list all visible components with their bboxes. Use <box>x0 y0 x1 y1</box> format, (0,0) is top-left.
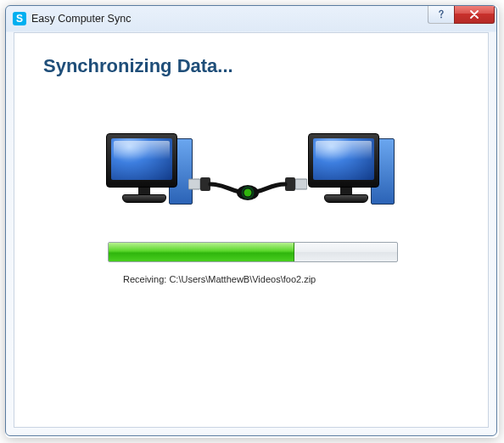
progress-fill <box>109 243 294 261</box>
close-button[interactable] <box>454 6 495 24</box>
progress-track <box>108 242 398 262</box>
app-window: S Easy Computer Sync Synchronizing Data.… <box>5 5 497 436</box>
cable-icon <box>188 167 307 201</box>
progress-bar <box>108 242 396 262</box>
svg-rect-1 <box>188 179 200 189</box>
computer-left-icon <box>106 133 182 203</box>
help-icon <box>436 9 446 20</box>
status-prefix: Receiving: <box>123 274 169 284</box>
svg-point-0 <box>440 16 442 18</box>
client-area: Synchronizing Data... <box>14 32 489 428</box>
help-button[interactable] <box>428 6 455 24</box>
svg-rect-3 <box>295 179 307 189</box>
page-title: Synchronizing Data... <box>43 55 233 77</box>
app-icon: S <box>13 12 26 25</box>
titlebar[interactable]: S Easy Computer Sync <box>6 6 496 31</box>
close-icon <box>469 10 479 19</box>
status-path: C:\Users\MatthewB\Videos\foo2.zip <box>169 274 316 284</box>
computer-right-icon <box>308 133 384 203</box>
titlebar-controls <box>428 6 495 24</box>
app-icon-letter: S <box>16 13 23 25</box>
svg-point-6 <box>244 189 252 197</box>
status-text: Receiving: C:\Users\MatthewB\Videos\foo2… <box>123 274 316 284</box>
window-title: Easy Computer Sync <box>31 13 131 25</box>
